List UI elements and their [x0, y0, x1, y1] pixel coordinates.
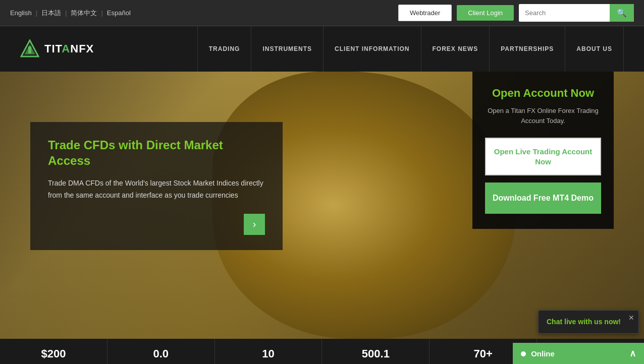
nav-bar: TITANFX TRADING INSTRUMENTS CLIENT INFOR…: [0, 26, 644, 72]
lang-english[interactable]: English: [10, 9, 32, 17]
language-selector: English | 日本語 | 简体中文 | Español: [10, 9, 131, 18]
nav-instruments[interactable]: INSTRUMENTS: [251, 26, 324, 72]
hero-content: Trade CFDs with Direct Market Access Tra…: [0, 72, 644, 339]
logo-icon: [20, 39, 39, 58]
search-input[interactable]: [519, 5, 610, 21]
lang-spanish[interactable]: Español: [107, 9, 131, 17]
hero-next-button[interactable]: ›: [244, 214, 265, 235]
hero-body: Trade DMA CFDs of the World's largest St…: [48, 177, 265, 202]
account-box: Open Account Now Open a Titan FX Online …: [472, 72, 614, 229]
stat-leverage: 10: [215, 339, 323, 364]
hero-headline: Trade CFDs with Direct Market Access: [48, 137, 265, 168]
client-login-button[interactable]: Client Login: [457, 5, 514, 21]
online-dot: [521, 351, 526, 356]
online-label: Online: [531, 349, 555, 358]
stat-execution: 500.1: [322, 339, 430, 364]
nav-client-information[interactable]: CLIENT INFORMATION: [324, 26, 421, 72]
nav-forex-news[interactable]: FOREX NEWS: [421, 26, 490, 72]
top-bar: English | 日本語 | 简体中文 | Español Webtrader…: [0, 0, 644, 26]
svg-rect-2: [28, 46, 31, 53]
account-box-title: Open Account Now: [485, 87, 601, 100]
lang-chinese[interactable]: 简体中文: [71, 9, 97, 18]
account-box-subtitle: Open a Titan FX Online Forex Trading Acc…: [485, 106, 601, 126]
search-wrapper: 🔍: [519, 4, 634, 22]
chat-text: Chat live with us now!: [547, 318, 621, 326]
chevron-up-icon[interactable]: ∧: [629, 348, 636, 359]
logo[interactable]: TITANFX: [20, 39, 94, 58]
top-bar-actions: Webtrader Client Login 🔍: [398, 4, 634, 22]
nav-partnerships[interactable]: PARTNERSHIPS: [490, 26, 565, 72]
hero-text-box: Trade CFDs with Direct Market Access Tra…: [30, 122, 283, 250]
search-button[interactable]: 🔍: [610, 4, 634, 22]
online-bar[interactable]: Online ∧: [513, 343, 644, 364]
open-live-account-button[interactable]: Open Live Trading Account Now: [485, 138, 601, 175]
main-nav: TRADING INSTRUMENTS CLIENT INFORMATION F…: [124, 26, 624, 72]
chat-close-icon[interactable]: ✕: [628, 314, 634, 322]
webtrader-button[interactable]: Webtrader: [398, 5, 452, 21]
logo-text: TITANFX: [44, 42, 94, 55]
nav-trading[interactable]: TRADING: [197, 26, 252, 72]
chat-widget[interactable]: ✕ Chat live with us now!: [538, 310, 639, 334]
stat-spread: 0.0: [108, 339, 215, 364]
nav-about-us[interactable]: ABOUT US: [565, 26, 624, 72]
stat-minimum-deposit: $200: [0, 339, 108, 364]
download-demo-button[interactable]: Download Free MT4 Demo: [485, 183, 601, 214]
online-status: Online: [521, 349, 555, 358]
lang-japanese[interactable]: 日本語: [41, 9, 61, 18]
hero-section: Trade CFDs with Direct Market Access Tra…: [0, 72, 644, 339]
